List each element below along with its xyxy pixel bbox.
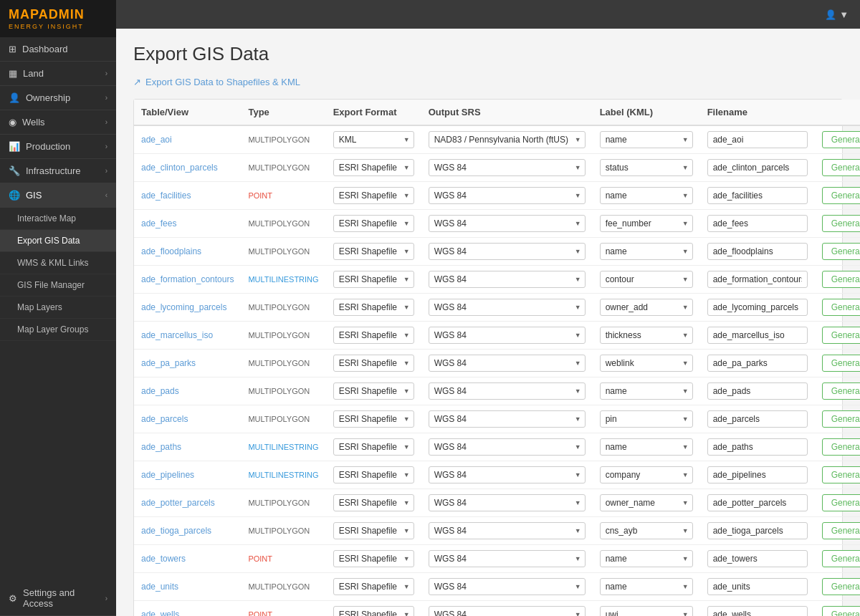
output-srs-select[interactable]: NAD83 / Pennsylvania North (ftUS)WGS 84N… [429,215,586,232]
generate-button[interactable]: Generate [822,438,860,456]
generate-button[interactable]: Generate [822,494,860,511]
export-format-select[interactable]: KMLESRI ShapefileGeoJSONCSV [333,271,414,288]
output-srs-select[interactable]: NAD83 / Pennsylvania North (ftUS)WGS 84N… [429,606,586,616]
export-format-select[interactable]: KMLESRI ShapefileGeoJSONCSV [333,327,414,344]
sidebar-item-interactive-map[interactable]: Interactive Map [0,208,116,230]
filename-input[interactable] [707,355,808,372]
export-format-select[interactable]: KMLESRI ShapefileGeoJSONCSV [333,382,414,400]
label-select[interactable]: cns_aybnameidlabel [600,522,693,539]
output-srs-select[interactable]: NAD83 / Pennsylvania North (ftUS)WGS 84N… [429,271,586,288]
output-srs-select[interactable]: NAD83 / Pennsylvania North (ftUS)WGS 84N… [429,243,586,260]
generate-button[interactable]: Generate [822,187,860,204]
output-srs-select[interactable]: NAD83 / Pennsylvania North (ftUS)WGS 84N… [429,382,586,400]
export-format-select[interactable]: KMLESRI ShapefileGeoJSONCSV [333,215,414,232]
output-srs-select[interactable]: NAD83 / Pennsylvania North (ftUS)WGS 84N… [429,550,586,567]
label-select[interactable]: contournameidlabel [600,271,693,288]
label-select[interactable]: nameidlabel [600,438,693,456]
label-select[interactable]: nameidlabel [600,578,693,595]
export-format-select[interactable]: KMLESRI ShapefileGeoJSONCSV [333,606,414,616]
sidebar-item-wells[interactable]: ◉ Wells › [0,110,116,135]
label-select[interactable]: owner_addnameidlabel [600,299,693,316]
label-select[interactable]: weblinknameidlabel [600,355,693,372]
sidebar-item-gis-file-manager[interactable]: GIS File Manager [0,274,116,297]
sidebar-item-map-layer-groups[interactable]: Map Layer Groups [0,319,116,341]
generate-button[interactable]: Generate [822,299,860,316]
filename-input[interactable] [707,299,808,316]
output-srs-select[interactable]: NAD83 / Pennsylvania North (ftUS)WGS 84N… [429,578,586,595]
export-format-select[interactable]: KMLESRI ShapefileGeoJSONCSV [333,494,414,511]
export-format-select[interactable]: KMLESRI ShapefileGeoJSONCSV [333,159,414,176]
output-srs-select[interactable]: NAD83 / Pennsylvania North (ftUS)WGS 84N… [429,438,586,456]
output-srs-select[interactable]: NAD83 / Pennsylvania North (ftUS)WGS 84N… [429,522,586,539]
generate-button[interactable]: Generate [822,578,860,595]
export-format-select[interactable]: KMLESRI ShapefileGeoJSONCSV [333,355,414,372]
filename-input[interactable] [707,382,808,400]
export-format-select[interactable]: KMLESRI ShapefileGeoJSONCSV [333,466,414,483]
filename-input[interactable] [707,410,808,428]
output-srs-select[interactable]: NAD83 / Pennsylvania North (ftUS)WGS 84N… [429,494,586,511]
label-select[interactable]: owner_namenameidlabel [600,494,693,511]
output-srs-select[interactable]: NAD83 / Pennsylvania North (ftUS)WGS 84N… [429,187,586,204]
label-select[interactable]: uwinameidlabel [600,606,693,616]
label-select[interactable]: nameidlabel [600,187,693,204]
export-format-select[interactable]: KMLESRI ShapefileGeoJSONCSV [333,187,414,204]
generate-button[interactable]: Generate [822,327,860,344]
label-select[interactable]: fee_numbernameidlabel [600,215,693,232]
export-format-select[interactable]: KMLESRI ShapefileGeoJSONCSV [333,410,414,428]
export-format-select[interactable]: KMLESRI ShapefileGeoJSONCSV [333,438,414,456]
generate-button[interactable]: Generate [822,606,860,616]
sidebar-item-land[interactable]: ▦ Land › [0,62,116,86]
export-format-select[interactable]: KMLESRI ShapefileGeoJSONCSV [333,550,414,567]
generate-button[interactable]: Generate [822,382,860,400]
sidebar-item-map-layers[interactable]: Map Layers [0,297,116,319]
generate-button[interactable]: Generate [822,522,860,539]
label-select[interactable]: nameidlabel [600,550,693,567]
output-srs-select[interactable]: NAD83 / Pennsylvania North (ftUS)WGS 84N… [429,131,586,148]
output-srs-select[interactable]: NAD83 / Pennsylvania North (ftUS)WGS 84N… [429,159,586,176]
label-select[interactable]: statusnameidlabel [600,159,693,176]
sidebar-item-production[interactable]: 📊 Production › [0,135,116,159]
export-format-select[interactable]: KMLESRI ShapefileGeoJSONCSV [333,299,414,316]
label-select[interactable]: thicknessnameidlabel [600,327,693,344]
sidebar-item-infrastructure[interactable]: 🔧 Infrastructure › [0,159,116,183]
generate-button[interactable]: Generate [822,466,860,483]
filename-input[interactable] [707,271,808,288]
filename-input[interactable] [707,243,808,260]
output-srs-select[interactable]: NAD83 / Pennsylvania North (ftUS)WGS 84N… [429,299,586,316]
filename-input[interactable] [707,327,808,344]
filename-input[interactable] [707,215,808,232]
filename-input[interactable] [707,159,808,176]
generate-button[interactable]: Generate [822,159,860,176]
generate-button[interactable]: Generate [822,355,860,372]
export-format-select[interactable]: KMLESRI ShapefileGeoJSONCSV [333,578,414,595]
generate-button[interactable]: Generate [822,215,860,232]
label-select[interactable]: nameidlabel [600,382,693,400]
generate-button[interactable]: Generate [822,131,860,148]
export-format-select[interactable]: KMLESRI ShapefileGeoJSONCSV [333,243,414,260]
label-select[interactable]: pinnameidlabel [600,410,693,428]
sidebar-item-ownership[interactable]: 👤 Ownership › [0,86,116,110]
generate-button[interactable]: Generate [822,243,860,260]
filename-input[interactable] [707,187,808,204]
filename-input[interactable] [707,131,808,148]
label-select[interactable]: nameidlabel [600,243,693,260]
filename-input[interactable] [707,466,808,483]
filename-input[interactable] [707,494,808,511]
filename-input[interactable] [707,438,808,456]
user-menu[interactable]: 👤 ▼ [825,9,849,20]
export-format-select[interactable]: KMLESRI ShapefileGeoJSONCSV [333,131,414,148]
output-srs-select[interactable]: NAD83 / Pennsylvania North (ftUS)WGS 84N… [429,466,586,483]
generate-button[interactable]: Generate [822,550,860,567]
filename-input[interactable] [707,578,808,595]
sidebar-item-dashboard[interactable]: ⊞ Dashboard [0,37,116,62]
sidebar-item-gis[interactable]: 🌐 GIS ‹ [0,183,116,208]
filename-input[interactable] [707,522,808,539]
sidebar-item-wms-kml-links[interactable]: WMS & KML Links [0,252,116,274]
filename-input[interactable] [707,550,808,567]
generate-button[interactable]: Generate [822,271,860,288]
output-srs-select[interactable]: NAD83 / Pennsylvania North (ftUS)WGS 84N… [429,355,586,372]
sidebar-item-settings[interactable]: ⚙ Settings and Access › [0,581,116,616]
label-select[interactable]: companynameidlabel [600,466,693,483]
label-select[interactable]: nameidlabel [600,131,693,148]
filename-input[interactable] [707,606,808,616]
